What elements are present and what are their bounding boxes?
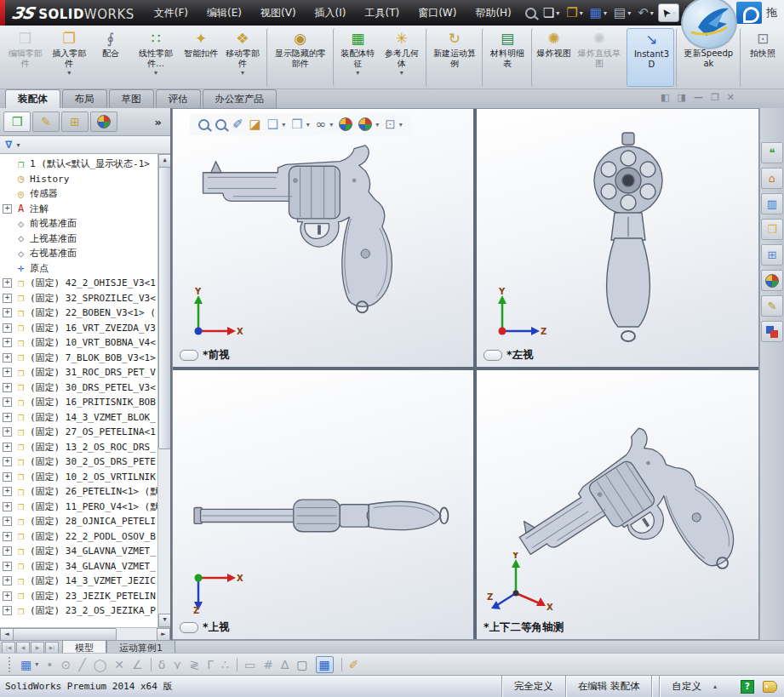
tree-item[interactable]: + ❒ (固定) 13_2_OS_ROC_DRS_ xyxy=(2,440,170,455)
dropdown-arrow-icon[interactable]: ▾ xyxy=(556,9,559,17)
expand-toggle-icon[interactable]: + xyxy=(3,294,12,303)
viewport-isometric[interactable]: Y X Z *上下二等角轴测 xyxy=(477,370,758,639)
expand-toggle-icon[interactable]: + xyxy=(3,204,12,214)
heads-up-button[interactable]: ∞ ▾ xyxy=(316,117,334,132)
menu-item[interactable]: 窗口(W) xyxy=(410,3,464,24)
dropdown-arrow-icon[interactable]: ▾ xyxy=(400,69,403,77)
sketch-tool-button[interactable]: ⋎ ▾ xyxy=(173,658,181,671)
quick-access-button[interactable]: ➤ ▾ xyxy=(658,3,679,22)
sketch-tool-button[interactable]: ▭ ▾ xyxy=(237,658,255,671)
task-pane-button[interactable]: ❐ xyxy=(761,219,783,240)
ribbon-button[interactable]: ▦ 装配体特征 ▾ xyxy=(333,28,380,87)
dropdown-arrow-icon[interactable]: ▾ xyxy=(306,121,310,129)
dropdown-arrow-icon[interactable]: ▾ xyxy=(329,121,333,129)
menu-item[interactable]: 工具(T) xyxy=(357,3,407,24)
expand-toggle-icon[interactable]: + xyxy=(3,472,12,482)
expand-toggle-icon[interactable]: + xyxy=(3,517,12,526)
task-pane-button[interactable]: ✎ xyxy=(761,295,783,317)
scroll-left-icon[interactable]: ◄ xyxy=(0,628,14,641)
dropdown-arrow-icon[interactable]: ▾ xyxy=(399,121,403,129)
expand-toggle-icon[interactable]: + xyxy=(3,427,12,437)
tree-item[interactable]: + ❒ (固定) 11_PERO_V4<1> (默 xyxy=(2,500,170,515)
tree-item[interactable]: + ❒ (固定) 34_GLAVNA_VZMET_ xyxy=(2,544,170,559)
tree-item[interactable]: + ❒ (固定) 14_3_VZMET_BLOK_ xyxy=(2,410,170,426)
sketch-tool-button[interactable]: ✐ ▾ xyxy=(341,658,359,671)
vcr-button[interactable]: |◀ xyxy=(2,642,15,654)
tree-item[interactable]: + ❒ (固定) 16_PRITISNIK_BOB xyxy=(2,395,170,410)
sketch-tool-button[interactable]: Γ ▾ xyxy=(207,658,214,671)
heads-up-button[interactable]: ◪ ▾ xyxy=(249,117,261,132)
tree-item[interactable]: + ❒ (固定) 42_2_OHISJE_V3<1 xyxy=(2,276,170,291)
task-pane-button[interactable]: ❝ xyxy=(761,142,783,163)
heads-up-button[interactable]: ▾ xyxy=(358,117,379,131)
dropdown-arrow-icon[interactable]: ▾ xyxy=(627,9,631,17)
dropdown-arrow-icon[interactable]: ▾ xyxy=(35,660,38,668)
heads-up-button[interactable]: ▾ xyxy=(339,117,352,131)
tree-item[interactable]: + ❒ (固定) 23_2_OS_JEZIKA_P xyxy=(2,603,170,619)
heads-up-button[interactable]: ⊡ ▾ xyxy=(385,117,403,132)
expand-toggle-icon[interactable]: + xyxy=(3,308,12,317)
revolver-model-top-view[interactable] xyxy=(181,471,454,559)
quick-access-button[interactable]: ▾ xyxy=(523,6,539,20)
dropdown-arrow-icon[interactable]: ▾ xyxy=(241,69,244,77)
heads-up-button[interactable]: ▾ xyxy=(215,119,226,130)
tree-item[interactable]: + ❒ (固定) 30_2_OS_DRS_PETE xyxy=(2,454,170,470)
tree-item[interactable]: + ◇ 上视基准面 xyxy=(2,231,170,247)
expand-toggle-icon[interactable]: + xyxy=(3,353,12,363)
dropdown-arrow-icon[interactable]: ▾ xyxy=(67,69,71,77)
ribbon-button[interactable]: ∮ 配合 ▾ xyxy=(91,28,130,87)
quick-access-button[interactable]: ▤ ▾ xyxy=(611,4,633,21)
sketch-tool-button[interactable]: ≷ ▾ xyxy=(190,658,200,671)
vcr-button[interactable]: ◀ xyxy=(16,642,30,654)
quick-access-button[interactable]: ↶ ▾ xyxy=(635,4,656,21)
task-pane-button[interactable]: ▥ xyxy=(761,193,783,214)
sketch-tool-button[interactable]: ▦ ▾ xyxy=(20,658,38,671)
ribbon-button[interactable]: ✺ 爆炸视图 ▾ xyxy=(531,28,574,87)
task-pane-button[interactable] xyxy=(761,270,783,291)
task-pane-button[interactable]: ⌂ xyxy=(761,168,783,189)
dropdown-arrow-icon[interactable]: ▴ xyxy=(713,683,717,690)
tree-item[interactable]: + ❒ (固定) 22_BOBEN_V3<1> ( xyxy=(2,306,170,321)
menu-item[interactable]: 文件(F) xyxy=(146,3,196,24)
window-control-icon[interactable]: ❐ xyxy=(711,92,719,104)
ribbon-button[interactable]: ❐ 插入零部件 ▾ xyxy=(47,28,90,87)
dropdown-arrow-icon[interactable]: ▾ xyxy=(650,9,654,17)
tree-item[interactable]: + A 注解 xyxy=(2,202,170,217)
expand-toggle-icon[interactable]: + xyxy=(3,383,12,392)
ribbon-button[interactable]: ❒ 编辑零部件 ▾ xyxy=(3,28,47,87)
filter-dropdown-icon[interactable]: ▾ xyxy=(16,141,20,149)
scrollbar-thumb[interactable] xyxy=(158,167,170,449)
tree-item[interactable]: + ❒ (固定) 30_DRS_PETEL_V3< xyxy=(2,380,170,396)
graphics-area[interactable]: Y X *前视 ▾ ▾ xyxy=(172,108,759,640)
command-tab[interactable]: 评估 xyxy=(156,89,201,108)
expand-toggle-icon[interactable]: + xyxy=(3,502,12,511)
revolver-model-left-view[interactable] xyxy=(577,128,679,349)
vcr-button[interactable]: ▶| xyxy=(45,642,59,654)
tree-item[interactable]: + ❒ (固定) 22_2_PODL_OSOV_B xyxy=(2,529,170,545)
command-tab[interactable]: 办公室产品 xyxy=(203,89,278,108)
sketch-tool-button[interactable]: ▦ ▾ xyxy=(316,656,334,673)
tree-vertical-scrollbar[interactable]: ▲ ▼ xyxy=(157,154,170,627)
command-tab[interactable]: 草图 xyxy=(109,89,154,108)
expand-toggle-icon[interactable]: + xyxy=(3,591,12,601)
sketch-tool-button[interactable]: ⊙ ▾ xyxy=(61,658,72,671)
sketch-tool-button[interactable]: ∆ ▾ xyxy=(281,658,289,671)
toolbar-grip[interactable] xyxy=(9,657,14,672)
viewport-splitter-vertical[interactable] xyxy=(473,109,477,639)
pane-tab[interactable]: ⊞ xyxy=(61,111,89,132)
tree-item[interactable]: + ❒ (固定) 32_SPROZILEC_V3< xyxy=(2,291,170,306)
window-control-icon[interactable]: — xyxy=(694,92,703,104)
ribbon-button[interactable]: ⊡ 拍快照 ▾ xyxy=(740,28,782,87)
expand-toggle-icon[interactable]: + xyxy=(3,487,12,496)
viewport-left[interactable]: Y Z *左视 xyxy=(477,109,758,367)
help-status-icon[interactable]: ? xyxy=(741,680,754,694)
tree-item[interactable]: + ❒ (固定) 10_2_OS_VRTILNIK xyxy=(2,470,170,485)
tree-item[interactable]: + ❒ (固定) 28_OJNICA_PETELI xyxy=(2,514,170,529)
ribbon-button[interactable]: ◉ 显示隐藏的零部件 ▾ xyxy=(266,28,331,87)
pane-tab[interactable]: ❒ xyxy=(3,111,31,132)
pane-expand-chevron[interactable]: » xyxy=(155,116,167,129)
heads-up-button[interactable]: ❑ ▾ xyxy=(267,117,285,132)
filter-icon[interactable]: ∇ xyxy=(5,139,12,151)
tree-item[interactable]: + ◇ 右视基准面 xyxy=(2,246,170,261)
tree-item[interactable]: + ❒ (固定) 23_JEZIK_PETELIN xyxy=(2,589,170,604)
